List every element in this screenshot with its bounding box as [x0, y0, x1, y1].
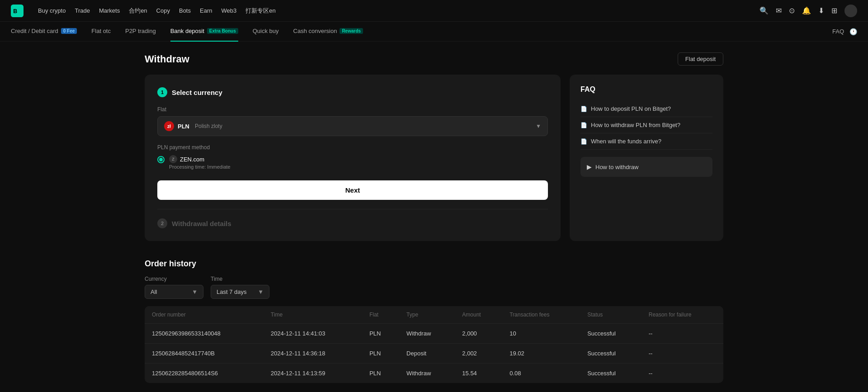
navbar: B Buy crypto Trade Markets 合约en Copy Bot…: [0, 0, 868, 22]
payment-info: Z ZEN.com Processing time: Immediate: [169, 155, 231, 170]
faq-title: FAQ: [580, 85, 712, 94]
faq-item-withdraw[interactable]: 📄 How to withdraw PLN from Bitget?: [580, 117, 712, 133]
time-filter-group: Time Last 7 days ▼: [211, 276, 269, 299]
logo[interactable]: B: [11, 5, 24, 17]
order-history-section: Order history Currency All ▼ Time Last 7…: [145, 259, 723, 383]
next-button[interactable]: Next: [157, 180, 548, 200]
nav-futures[interactable]: 合约en: [129, 7, 147, 15]
payment-name-row: Z ZEN.com: [169, 155, 231, 163]
bell-icon[interactable]: 🔔: [802, 6, 811, 15]
nav-earn[interactable]: Earn: [200, 7, 212, 14]
order-history-title: Order history: [145, 259, 723, 269]
subnav-cash-conversion-label: Cash conversion: [293, 28, 337, 34]
cell-type: Withdraw: [399, 364, 455, 383]
time-filter-select[interactable]: Last 7 days ▼: [211, 285, 269, 299]
payment-name: ZEN.com: [180, 156, 204, 163]
radio-selected-icon: [157, 156, 165, 163]
payment-option[interactable]: Z ZEN.com Processing time: Immediate: [157, 155, 548, 170]
faq-item-funds[interactable]: 📄 When will the funds arrive?: [580, 133, 712, 150]
nav-copy[interactable]: Copy: [156, 7, 170, 14]
order-table: Order number Time Flat Type Amount Trans…: [145, 306, 723, 383]
cell-reason: --: [642, 324, 723, 344]
cell-order-number: 125062282854806514S6: [145, 364, 264, 383]
step1-header: 1 Select currency: [157, 87, 548, 97]
cell-amount: 2,002: [455, 344, 502, 364]
cell-order-number: 125062844852417740B: [145, 344, 264, 364]
faq-link[interactable]: FAQ: [832, 28, 844, 35]
time-filter-label: Time: [211, 276, 269, 282]
currency-code: PLN: [178, 123, 189, 130]
nav-buy-crypto[interactable]: Buy crypto: [38, 7, 66, 14]
step2-title: Withdrawal details: [172, 220, 231, 227]
subnav-p2p-label: P2P trading: [125, 28, 156, 34]
th-fees: Transaction fees: [502, 306, 580, 324]
page-title: Withdraw: [145, 53, 189, 65]
currency-filter-select[interactable]: All ▼: [145, 285, 203, 299]
how-to-withdraw[interactable]: ▶ How to withdraw: [580, 157, 712, 177]
download-icon[interactable]: ⬇: [818, 6, 824, 15]
step1-title: Select currency: [172, 89, 222, 96]
subnav-quick-buy[interactable]: Quick buy: [253, 22, 279, 42]
payment-method-field: PLN payment method Z ZEN.com Processing …: [157, 144, 548, 170]
currency-select[interactable]: zł PLN Polish zloty ▼: [157, 116, 548, 136]
subnav-credit-card[interactable]: Credit / Debit card 0 Fee: [11, 22, 77, 42]
time-filter-value: Last 7 days: [217, 288, 247, 295]
history-icon[interactable]: 🕐: [849, 28, 857, 35]
nav-bots[interactable]: Bots: [179, 7, 191, 14]
th-reason: Reason for failure: [642, 306, 723, 324]
subnav-bank-deposit-badge: Extra Bonus: [207, 28, 238, 34]
mail-icon[interactable]: ✉: [776, 6, 782, 15]
subnav-flat-otc[interactable]: Flat otc: [91, 22, 111, 42]
cell-time: 2024-12-11 14:41:03: [264, 324, 362, 344]
subnav-quick-buy-label: Quick buy: [253, 28, 279, 34]
payment-method-label: PLN payment method: [157, 144, 548, 151]
search-icon[interactable]: 🔍: [760, 6, 769, 15]
currency-filter-group: Currency All ▼: [145, 276, 203, 299]
nav-markets[interactable]: Markets: [99, 7, 120, 14]
cell-flat: PLN: [362, 324, 399, 344]
cell-reason: --: [642, 364, 723, 383]
nav-trade[interactable]: Trade: [75, 7, 90, 14]
table-row: 125062963986533140048 2024-12-11 14:41:0…: [145, 324, 723, 344]
th-type: Type: [399, 306, 455, 324]
cell-status: Successful: [580, 324, 642, 344]
subnav-bank-deposit-label: Bank deposit: [170, 28, 204, 34]
subnav-right: FAQ 🕐: [832, 28, 857, 35]
time-filter-chevron: ▼: [258, 288, 264, 295]
flat-label: Flat: [157, 106, 548, 113]
grid-icon[interactable]: ⊞: [831, 6, 837, 15]
withdraw-layout: 1 Select currency Flat zł PLN Polish zlo…: [145, 75, 723, 241]
order-table-container: Order number Time Flat Type Amount Trans…: [145, 306, 723, 383]
step2-section: 2 Withdrawal details: [157, 209, 548, 228]
currency-filter-value: All: [151, 288, 157, 295]
nav-launch[interactable]: 打新专区en: [245, 7, 275, 15]
faq-item-deposit[interactable]: 📄 How to deposit PLN on Bitget?: [580, 101, 712, 117]
cell-type: Deposit: [399, 344, 455, 364]
currency-option: zł PLN Polish zloty: [164, 121, 222, 131]
cell-flat: PLN: [362, 344, 399, 364]
doc-icon-2: 📄: [580, 122, 587, 128]
table-row: 125062844852417740B 2024-12-11 14:36:18 …: [145, 344, 723, 364]
main-content: Withdraw Flat deposit 1 Select currency …: [0, 42, 868, 392]
how-to-withdraw-text: How to withdraw: [595, 164, 638, 170]
table-header-row: Order number Time Flat Type Amount Trans…: [145, 306, 723, 324]
withdraw-form-card: 1 Select currency Flat zł PLN Polish zlo…: [145, 75, 561, 241]
cell-flat: PLN: [362, 364, 399, 383]
cell-fees: 10: [502, 324, 580, 344]
faq-item-deposit-text: How to deposit PLN on Bitget?: [591, 105, 671, 112]
faq-card: FAQ 📄 How to deposit PLN on Bitget? 📄 Ho…: [570, 75, 723, 241]
video-icon: ▶: [587, 163, 592, 170]
cell-fees: 19.02: [502, 344, 580, 364]
subnav-bank-deposit[interactable]: Bank deposit Extra Bonus: [170, 22, 238, 42]
gift-icon[interactable]: ⊙: [789, 6, 795, 15]
currency-filter-label: Currency: [145, 276, 203, 282]
subnav-cash-conversion[interactable]: Cash conversion Rewards: [293, 22, 363, 42]
cell-status: Successful: [580, 344, 642, 364]
th-time: Time: [264, 306, 362, 324]
nav-items: Buy crypto Trade Markets 合约en Copy Bots …: [38, 7, 749, 15]
nav-web3[interactable]: Web3: [221, 7, 236, 14]
subnav-p2p[interactable]: P2P trading: [125, 22, 156, 42]
pln-icon: zł: [164, 121, 174, 131]
flat-deposit-button[interactable]: Flat deposit: [678, 52, 723, 66]
user-avatar[interactable]: [844, 5, 857, 17]
